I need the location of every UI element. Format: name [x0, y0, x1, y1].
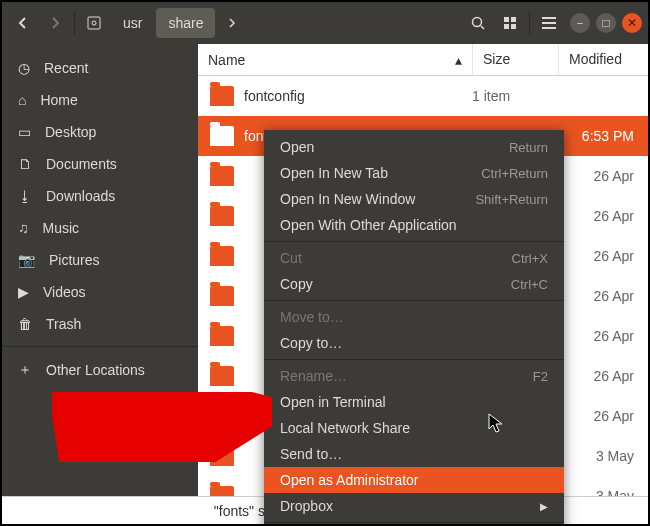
home-icon: ⌂	[18, 92, 26, 108]
context-menu: OpenReturn Open In New TabCtrl+Return Op…	[264, 130, 564, 526]
file-modified: 6:53 PM	[558, 128, 648, 144]
ctx-copy-to[interactable]: Copy to…	[264, 330, 564, 356]
sidebar-item-downloads[interactable]: ⭳Downloads	[2, 180, 198, 212]
file-modified: 26 Apr	[558, 328, 648, 344]
submenu-arrow-icon: ▶	[540, 501, 548, 512]
column-headers: Name▴ Size Modified	[198, 44, 648, 76]
sidebar-item-label: Videos	[43, 284, 86, 300]
folder-icon	[210, 166, 234, 186]
sidebar-item-label: Trash	[46, 316, 81, 332]
ctx-open-terminal[interactable]: Open in Terminal	[264, 389, 564, 415]
sidebar-item-trash[interactable]: 🗑Trash	[2, 308, 198, 340]
breadcrumb-share[interactable]: share	[156, 8, 215, 38]
sidebar-item-label: Other Locations	[46, 362, 145, 378]
clock-icon: ◷	[18, 60, 30, 76]
ctx-dropbox[interactable]: Dropbox▶	[264, 493, 564, 519]
sidebar: ◷Recent ⌂Home ▭Desktop 🗋Documents ⭳Downl…	[2, 44, 198, 496]
file-modified: 3 May	[558, 488, 648, 496]
folder-icon	[210, 86, 234, 106]
camera-icon: 📷	[18, 252, 35, 268]
column-header-size[interactable]: Size	[472, 44, 558, 75]
file-size: 1 item	[472, 88, 558, 104]
document-icon: 🗋	[18, 156, 32, 172]
file-modified: 26 Apr	[558, 168, 648, 184]
column-header-name[interactable]: Name▴	[198, 44, 472, 75]
ctx-open-new-window[interactable]: Open In New WindowShift+Return	[264, 186, 564, 212]
svg-rect-6	[504, 24, 509, 29]
file-modified: 26 Apr	[558, 248, 648, 264]
svg-rect-4	[504, 17, 509, 22]
file-name: fontconfig	[244, 88, 305, 104]
folder-icon	[210, 126, 234, 146]
view-grid-button[interactable]	[495, 8, 525, 38]
desktop-icon: ▭	[18, 124, 31, 140]
video-icon: ▶	[18, 284, 29, 300]
folder-icon	[210, 486, 234, 496]
folder-icon	[210, 206, 234, 226]
file-modified: 26 Apr	[558, 408, 648, 424]
sidebar-item-label: Home	[40, 92, 77, 108]
sidebar-item-label: Desktop	[45, 124, 96, 140]
svg-rect-5	[511, 17, 516, 22]
ctx-open[interactable]: OpenReturn	[264, 134, 564, 160]
ctx-network-share[interactable]: Local Network Share	[264, 415, 564, 441]
breadcrumb-more[interactable]	[217, 8, 247, 38]
folder-icon	[210, 286, 234, 306]
sidebar-item-label: Pictures	[49, 252, 100, 268]
sidebar-item-documents[interactable]: 🗋Documents	[2, 148, 198, 180]
forward-button[interactable]	[40, 8, 70, 38]
window-close[interactable]: ✕	[622, 13, 642, 33]
file-modified: 26 Apr	[558, 208, 648, 224]
titlebar: usr share － □ ✕	[2, 2, 648, 44]
plus-icon: ＋	[18, 361, 32, 379]
table-row[interactable]: fontconfig1 item	[198, 76, 648, 116]
file-modified: 26 Apr	[558, 288, 648, 304]
window-maximize[interactable]: □	[596, 13, 616, 33]
folder-icon	[210, 446, 234, 466]
back-button[interactable]	[8, 8, 38, 38]
ctx-rename: Rename…F2	[264, 363, 564, 389]
file-modified: 26 Apr	[558, 368, 648, 384]
folder-icon	[210, 326, 234, 346]
column-header-modified[interactable]: Modified	[558, 44, 648, 75]
ctx-copy[interactable]: CopyCtrl+C	[264, 271, 564, 297]
folder-icon	[210, 366, 234, 386]
file-modified: 3 May	[558, 448, 648, 464]
ctx-open-with[interactable]: Open With Other Application	[264, 212, 564, 238]
breadcrumb-usr[interactable]: usr	[111, 8, 154, 38]
sidebar-item-music[interactable]: ♫Music	[2, 212, 198, 244]
window-minimize[interactable]: －	[570, 13, 590, 33]
svg-rect-7	[511, 24, 516, 29]
sort-asc-icon: ▴	[455, 52, 462, 68]
sidebar-item-videos[interactable]: ▶Videos	[2, 276, 198, 308]
ctx-cut: CutCtrl+X	[264, 245, 564, 271]
sidebar-item-label: Downloads	[46, 188, 115, 204]
trash-icon: 🗑	[18, 316, 32, 332]
svg-line-3	[481, 26, 484, 29]
sidebar-item-label: Documents	[46, 156, 117, 172]
sidebar-item-home[interactable]: ⌂Home	[2, 84, 198, 116]
search-button[interactable]	[463, 8, 493, 38]
hamburger-menu-button[interactable]	[534, 8, 564, 38]
path-root-icon[interactable]	[79, 8, 109, 38]
ctx-move-to: Move to…	[264, 304, 564, 330]
sidebar-item-pictures[interactable]: 📷Pictures	[2, 244, 198, 276]
music-icon: ♫	[18, 220, 29, 236]
svg-point-2	[473, 18, 482, 27]
sidebar-item-recent[interactable]: ◷Recent	[2, 52, 198, 84]
ctx-open-as-admin[interactable]: Open as Administrator	[264, 467, 564, 493]
ctx-send-to[interactable]: Send to…	[264, 441, 564, 467]
svg-rect-0	[88, 17, 100, 29]
folder-icon	[210, 246, 234, 266]
sidebar-item-desktop[interactable]: ▭Desktop	[2, 116, 198, 148]
sidebar-item-label: Recent	[44, 60, 88, 76]
download-icon: ⭳	[18, 188, 32, 204]
sidebar-item-other-locations[interactable]: ＋Other Locations	[2, 346, 198, 387]
sidebar-item-label: Music	[43, 220, 80, 236]
ctx-open-new-tab[interactable]: Open In New TabCtrl+Return	[264, 160, 564, 186]
svg-point-1	[92, 21, 96, 25]
folder-icon	[210, 406, 234, 426]
